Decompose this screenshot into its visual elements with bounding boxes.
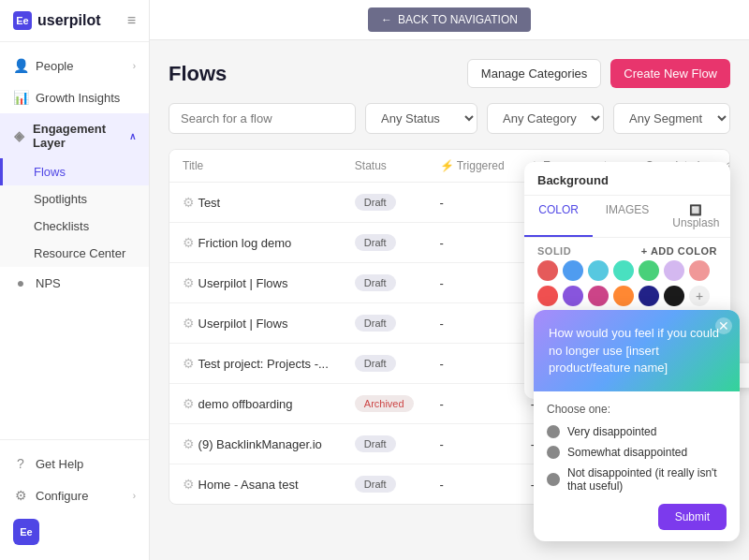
status-badge: Draft: [355, 435, 396, 452]
content-area: Flows Manage Categories Create New Flow …: [150, 40, 749, 560]
color-swatch[interactable]: [588, 260, 609, 281]
radio-circle: [547, 473, 560, 486]
color-swatch[interactable]: [689, 260, 710, 281]
status-badge: Draft: [355, 476, 396, 493]
engagement-chevron: ∧: [129, 131, 136, 141]
color-swatch[interactable]: [613, 286, 634, 306]
gear-icon[interactable]: ⚙: [183, 477, 195, 492]
panel-title: Background: [524, 162, 730, 196]
cell-triggered: -: [427, 303, 518, 344]
manage-categories-button[interactable]: Manage Categories: [467, 59, 601, 88]
color-swatch[interactable]: [537, 260, 558, 281]
back-to-navigation-button[interactable]: ← BACK TO NAVIGATION: [368, 7, 531, 32]
status-badge: Draft: [355, 315, 396, 332]
add-custom-color[interactable]: +: [689, 286, 710, 306]
cell-status: Draft: [342, 263, 427, 303]
survey-popup: How would you feel if you could no longe…: [534, 310, 740, 541]
status-badge: Draft: [355, 355, 396, 372]
app-name: userpilot: [37, 12, 101, 29]
survey-question: How would you feel if you could no longe…: [549, 326, 719, 374]
color-swatch[interactable]: [639, 286, 659, 306]
color-swatch[interactable]: [563, 260, 583, 281]
sidebar-item-engagement-label: Engagement Layer: [33, 122, 122, 150]
color-swatch[interactable]: [613, 260, 634, 281]
tab-unsplash[interactable]: 🔲 Unsplash: [662, 196, 730, 237]
cell-triggered: -: [427, 384, 518, 424]
heading-button[interactable]: H1: [746, 364, 749, 387]
cell-status: Draft: [342, 223, 427, 263]
color-swatch[interactable]: [588, 286, 609, 306]
header-actions: Manage Categories Create New Flow: [467, 59, 730, 88]
category-filter[interactable]: Any Category: [487, 103, 604, 134]
cell-status: Draft: [342, 464, 427, 505]
status-filter[interactable]: Any Status: [365, 103, 477, 134]
resource-center-label: Resource Center: [34, 246, 125, 260]
configure-chevron: ›: [133, 491, 136, 501]
sidebar-item-people[interactable]: 👤 People ›: [0, 50, 149, 81]
add-color-button[interactable]: + ADD COLOR: [641, 245, 717, 257]
get-help-label: Get Help: [36, 457, 83, 471]
cell-status: Draft: [342, 424, 427, 464]
color-swatch[interactable]: [664, 260, 684, 281]
survey-option[interactable]: Very disappointed: [547, 425, 727, 438]
create-new-flow-button[interactable]: Create New Flow: [610, 59, 730, 88]
engagement-section: ◈ Engagement Layer ∧ Flows Spotlights Ch…: [0, 113, 149, 267]
cell-title: ⚙ Userpilot | Flows: [169, 263, 342, 303]
gear-icon[interactable]: ⚙: [183, 275, 195, 290]
gear-icon[interactable]: ⚙: [183, 436, 195, 451]
tab-color[interactable]: COLOR: [524, 196, 593, 237]
cell-title: ⚙ Test project: Projects -...: [169, 344, 342, 384]
survey-option[interactable]: Not disappointed (it really isn't that u…: [547, 466, 727, 493]
engagement-icon: ◈: [13, 128, 25, 143]
gear-icon[interactable]: ⚙: [183, 316, 195, 331]
sidebar-item-nps[interactable]: ● NPS: [0, 267, 149, 299]
gear-icon[interactable]: ⚙: [183, 396, 195, 411]
sidebar-footer: ? Get Help ⚙ Configure › Ee: [0, 439, 149, 560]
people-chevron: ›: [133, 61, 136, 71]
option-label: Very disappointed: [567, 425, 656, 438]
sidebar-item-get-help[interactable]: ? Get Help: [0, 448, 149, 479]
sidebar-toggle[interactable]: ≡: [127, 12, 136, 29]
flows-label: Flows: [34, 165, 66, 179]
avatar: Ee: [13, 519, 39, 545]
spotlights-label: Spotlights: [34, 192, 87, 206]
survey-option[interactable]: Somewhat disappointed: [547, 446, 727, 459]
gear-icon[interactable]: ⚙: [183, 356, 195, 371]
survey-submit-area: Submit: [547, 504, 727, 530]
sidebar-item-people-label: People: [36, 59, 73, 73]
gear-icon[interactable]: ⚙: [183, 195, 195, 210]
solid-label: SOLID + ADD COLOR: [524, 238, 730, 260]
solid-colors: +: [524, 260, 730, 314]
radio-circle: [547, 425, 560, 438]
color-swatch[interactable]: [664, 286, 684, 306]
sidebar-item-resource-center[interactable]: Resource Center: [0, 240, 149, 267]
col-triggered: ⚡ Triggered: [427, 150, 518, 183]
option-label: Not disappointed (it really isn't that u…: [567, 466, 727, 493]
option-label: Somewhat disappointed: [567, 446, 687, 459]
sidebar-item-configure[interactable]: ⚙ Configure ›: [0, 479, 149, 511]
page-title: Flows: [169, 62, 227, 86]
radio-circle: [547, 446, 560, 459]
cell-title: ⚙ demo offboarding: [169, 384, 342, 424]
sidebar-item-checklists[interactable]: Checklists: [0, 213, 149, 240]
search-input[interactable]: [169, 103, 356, 134]
color-swatch[interactable]: [537, 286, 558, 306]
col-title: Title: [169, 150, 342, 183]
sidebar-item-spotlights[interactable]: Spotlights: [0, 185, 149, 213]
sidebar-item-flows[interactable]: Flows: [0, 158, 149, 185]
tab-images[interactable]: IMAGES: [593, 196, 661, 237]
unsplash-icon: 🔲: [689, 204, 702, 215]
gear-icon[interactable]: ⚙: [183, 235, 195, 250]
sidebar-header: Ee userpilot ≡: [0, 0, 149, 42]
status-badge: Draft: [355, 234, 396, 251]
sidebar-item-engagement[interactable]: ◈ Engagement Layer ∧: [0, 113, 149, 158]
color-swatch[interactable]: [563, 286, 583, 306]
survey-close-button[interactable]: ✕: [715, 317, 732, 334]
survey-submit-button[interactable]: Submit: [658, 504, 727, 530]
status-badge: Draft: [355, 194, 396, 211]
sidebar-item-growth[interactable]: 📊 Growth Insights: [0, 81, 149, 113]
segment-filter[interactable]: Any Segment: [613, 103, 730, 134]
cell-title: ⚙ Test: [169, 183, 342, 223]
filters-bar: Any Status Any Category Any Segment: [169, 103, 730, 134]
color-swatch[interactable]: [639, 260, 659, 281]
